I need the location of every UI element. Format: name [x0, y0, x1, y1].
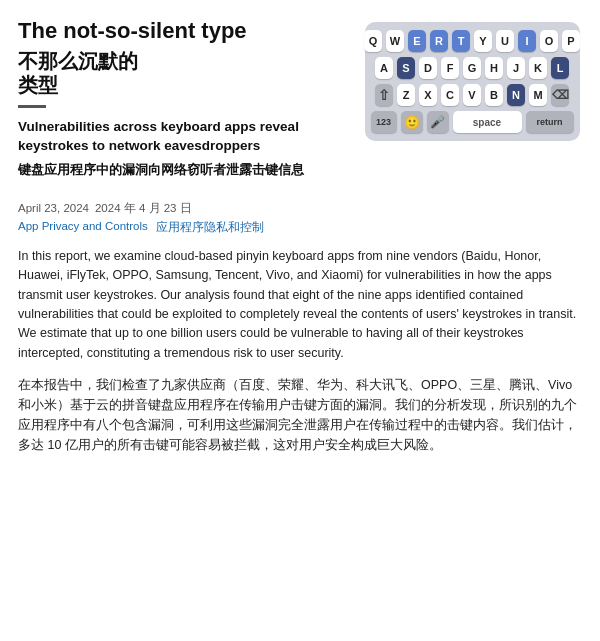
key-Q: Q: [364, 30, 382, 52]
main-title-zh: 不那么沉默的类型: [18, 49, 346, 97]
date-en: April 23, 2024: [18, 202, 89, 214]
keyboard: Q W E R T Y U I O P A S D F G: [365, 22, 580, 141]
key-123: 123: [371, 111, 397, 133]
key-A: A: [375, 57, 393, 79]
key-G: G: [463, 57, 481, 79]
body-paragraph-zh: 在本报告中，我们检查了九家供应商（百度、荣耀、华为、科大讯飞、OPPO、三星、腾…: [18, 375, 582, 455]
key-Y: Y: [474, 30, 492, 52]
key-U: U: [496, 30, 514, 52]
key-M: M: [529, 84, 547, 106]
title-block: The not-so-silent type 不那么沉默的类型 Vulnerab…: [18, 18, 346, 179]
tags-row: App Privacy and Controls 应用程序隐私和控制: [18, 220, 582, 235]
key-space: space: [453, 111, 522, 133]
key-W: W: [386, 30, 404, 52]
key-emoji: 🙂: [401, 111, 423, 133]
keyboard-row-1: Q W E R T Y U I O P: [371, 30, 574, 52]
key-V: V: [463, 84, 481, 106]
subtitle-zh: 键盘应用程序中的漏洞向网络窃听者泄露击键信息: [18, 161, 346, 179]
keyboard-row-3: ⇧ Z X C V B N M ⌫: [371, 84, 574, 106]
keyboard-illustration: Q W E R T Y U I O P A S D F G: [362, 18, 582, 179]
keyboard-row-4: 123 🙂 🎤 space return: [371, 111, 574, 133]
key-O: O: [540, 30, 558, 52]
keyboard-row-2: A S D F G H J K L: [371, 57, 574, 79]
key-shift: ⇧: [375, 84, 393, 106]
key-P: P: [562, 30, 580, 52]
meta-dates: April 23, 2024 2024 年 4 月 23 日: [18, 201, 582, 216]
key-N: N: [507, 84, 525, 106]
tag-zh-link[interactable]: 应用程序隐私和控制: [156, 220, 264, 235]
subtitle-en: Vulnerabilities across keyboard apps rev…: [18, 118, 346, 154]
key-S: S: [397, 57, 415, 79]
title-divider: [18, 105, 46, 108]
key-Z: Z: [397, 84, 415, 106]
key-backspace: ⌫: [551, 84, 569, 106]
key-B: B: [485, 84, 503, 106]
key-D: D: [419, 57, 437, 79]
date-zh: 2024 年 4 月 23 日: [95, 201, 192, 216]
page-container: The not-so-silent type 不那么沉默的类型 Vulnerab…: [0, 0, 600, 473]
key-I: I: [518, 30, 536, 52]
key-C: C: [441, 84, 459, 106]
key-E: E: [408, 30, 426, 52]
top-section: The not-so-silent type 不那么沉默的类型 Vulnerab…: [18, 18, 582, 179]
main-title-en: The not-so-silent type: [18, 18, 346, 43]
key-J: J: [507, 57, 525, 79]
key-T: T: [452, 30, 470, 52]
key-mic: 🎤: [427, 111, 449, 133]
tag-en-link[interactable]: App Privacy and Controls: [18, 220, 148, 235]
key-X: X: [419, 84, 437, 106]
key-R: R: [430, 30, 448, 52]
key-L: L: [551, 57, 569, 79]
key-return: return: [526, 111, 574, 133]
key-K: K: [529, 57, 547, 79]
key-F: F: [441, 57, 459, 79]
key-H: H: [485, 57, 503, 79]
body-paragraph-en: In this report, we examine cloud-based p…: [18, 247, 582, 363]
